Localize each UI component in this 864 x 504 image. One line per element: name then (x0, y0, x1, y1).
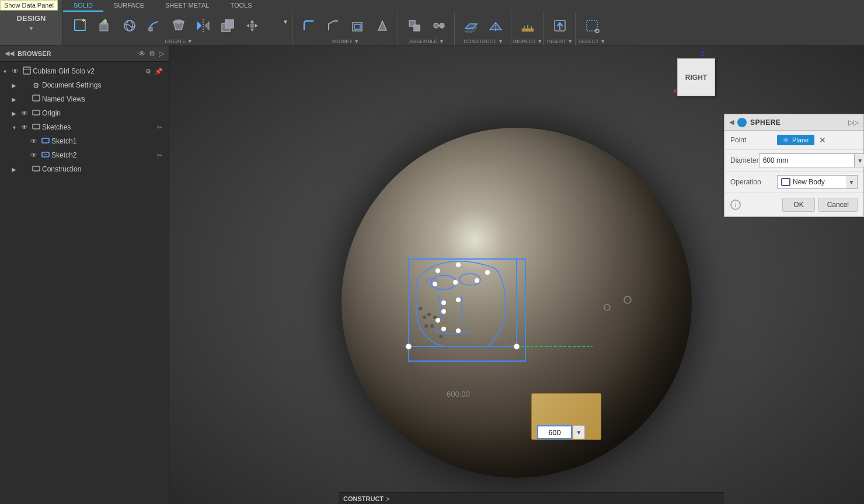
tree-item-root[interactable]: ▾ 👁 Cubism Girl Solo v2 ⚙ 📌 (0, 64, 169, 78)
measure-btn[interactable] (516, 13, 539, 38)
draft-btn[interactable] (371, 13, 394, 38)
revolve-btn[interactable] (118, 13, 141, 38)
svg-rect-45 (23, 67, 30, 74)
tree-arrow-sketches: ▾ (9, 124, 19, 131)
svg-rect-49 (33, 124, 40, 129)
tab-tools[interactable]: TOOLS (220, 0, 262, 12)
joint-btn[interactable] (427, 13, 451, 38)
operation-select-arrow[interactable]: ▼ (846, 175, 858, 189)
tree-label-sketches: Sketches (42, 123, 157, 131)
offset-plane-btn[interactable] (459, 13, 483, 38)
svg-point-61 (436, 268, 440, 273)
offset-plane-icon (463, 18, 479, 34)
select-btn[interactable] (580, 13, 604, 38)
svg-rect-37 (522, 29, 534, 32)
mirror-icon (195, 18, 211, 34)
tree-pin-root[interactable]: 📌 (154, 68, 164, 75)
viewcube-right-face[interactable]: RIGHT (677, 58, 715, 96)
move-btn[interactable] (241, 13, 264, 38)
tree-item-named-views[interactable]: ▶ Named Views (0, 92, 169, 106)
tree-eye-sketch2[interactable]: 👁 (28, 151, 40, 159)
tree-settings-root[interactable]: ⚙ (143, 68, 154, 75)
create-label: ▼ (283, 19, 288, 25)
tree-item-doc-settings[interactable]: ▶ ⚙ Document Settings (0, 78, 169, 92)
combine-btn[interactable] (216, 13, 239, 38)
point-close-btn[interactable]: ✕ (817, 134, 828, 146)
new-component-btn[interactable] (403, 13, 426, 38)
point-label: Point (730, 136, 777, 144)
sweep-btn[interactable] (142, 13, 166, 38)
fillet-btn[interactable] (297, 13, 320, 38)
svg-point-83 (604, 304, 610, 310)
tab-solid[interactable]: SOLID (63, 0, 103, 12)
dimension-dropdown-btn[interactable]: ▼ (573, 425, 585, 439)
sphere-panel-point-row: Point Plane ✕ (724, 131, 863, 150)
cancel-button[interactable]: Cancel (818, 198, 858, 212)
svg-point-65 (453, 280, 458, 285)
browser-settings-btn[interactable]: ⚙ (149, 50, 155, 58)
svg-point-82 (624, 296, 631, 303)
inspect-group-label: INSPECT ▼ (513, 38, 543, 44)
sphere-container: 600.00 ▼ (342, 128, 692, 478)
browser-eye-btn[interactable]: 👁 (138, 50, 145, 58)
operation-select-display[interactable]: New Body (777, 175, 846, 189)
select-icon (584, 18, 600, 34)
svg-point-70 (436, 318, 440, 323)
diameter-label: Diameter (730, 156, 759, 164)
tree-item-sketch2[interactable]: 👁 Sketch2 ✏ (0, 148, 169, 162)
show-data-panel-tooltip: Show Data Panel (0, 0, 58, 10)
mirror-btn[interactable] (191, 13, 215, 38)
insert-group-label: INSERT ▼ (545, 38, 575, 44)
loft-btn[interactable] (167, 13, 190, 38)
tree-item-construction[interactable]: ▶ Construction (0, 162, 169, 176)
tree-eye-sketch1[interactable]: 👁 (28, 137, 40, 145)
tree-arrow-root: ▾ (0, 68, 9, 75)
diameter-dropdown-btn[interactable]: ▼ (855, 153, 864, 167)
tree-eye-root[interactable]: 👁 (9, 67, 21, 75)
tree-icon-origin (30, 108, 42, 118)
viewcube-area: Z X RIGHT (673, 50, 715, 96)
tree-icon-root (21, 66, 33, 77)
browser-expand-btn[interactable]: ▷ (159, 50, 164, 58)
create-dropdown[interactable]: ▼ (265, 13, 288, 38)
info-icon[interactable]: i (730, 200, 741, 210)
extrude-btn[interactable] (93, 13, 117, 38)
revolve-icon (121, 18, 138, 34)
svg-marker-17 (205, 22, 209, 30)
svg-rect-53 (33, 166, 40, 171)
sphere-panel-collapse-btn[interactable]: ◀ (729, 118, 734, 126)
tree-eye-sketches[interactable]: 👁 (19, 123, 30, 131)
design-arrow: ▼ (29, 25, 34, 32)
status-bar: CONSTRUCT > (339, 492, 724, 504)
plane-angle-btn[interactable] (484, 13, 507, 38)
dimension-input[interactable] (537, 425, 572, 439)
svg-point-68 (456, 298, 461, 302)
tab-sheet-metal[interactable]: SHEET METAL (155, 0, 220, 12)
svg-rect-54 (409, 259, 525, 361)
draft-icon (374, 18, 391, 34)
new-sketch-btn[interactable] (69, 13, 92, 38)
ok-button[interactable]: OK (782, 198, 814, 212)
svg-point-80 (514, 344, 520, 349)
diameter-input-group: ▼ (759, 153, 864, 167)
shell-btn[interactable] (346, 13, 370, 38)
tree-eye-origin[interactable]: 👁 (19, 109, 30, 117)
tree-item-origin[interactable]: ▶ 👁 Origin (0, 106, 169, 120)
tab-surface[interactable]: SURFACE (103, 0, 155, 12)
tree-item-sketch1[interactable]: 👁 Sketch1 (0, 134, 169, 148)
plane-button[interactable]: Plane (777, 135, 814, 145)
plane-label: Plane (792, 136, 809, 144)
browser-collapse-btn[interactable]: ◀◀ (5, 50, 14, 57)
chamfer-btn[interactable] (322, 13, 345, 38)
svg-rect-50 (42, 138, 49, 143)
svg-rect-19 (225, 20, 234, 28)
svg-point-66 (475, 278, 479, 283)
sphere-panel-expand-btn[interactable]: ▷▷ (848, 118, 859, 127)
diameter-input[interactable] (759, 153, 855, 167)
svg-point-20 (250, 23, 255, 28)
tree-item-sketches[interactable]: ▾ 👁 Sketches ✏ (0, 120, 169, 134)
svg-rect-12 (149, 27, 152, 31)
sweep-icon (146, 18, 162, 34)
insert-btn[interactable] (548, 13, 572, 38)
svg-point-31 (440, 23, 444, 28)
